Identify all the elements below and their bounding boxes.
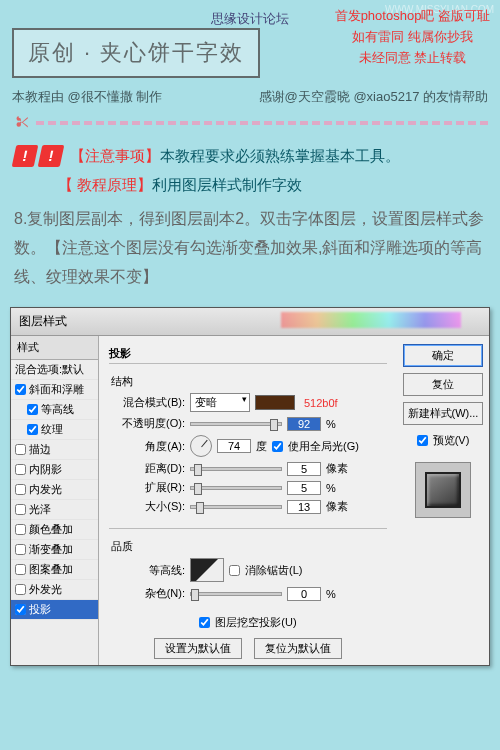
preview-box (415, 462, 471, 518)
ok-button[interactable]: 确定 (403, 344, 483, 367)
knockout-checkbox[interactable] (199, 617, 210, 628)
opacity-input[interactable]: 92 (287, 417, 321, 431)
style-label: 描边 (29, 442, 51, 457)
page-title: 原创 · 夹心饼干字效 (12, 28, 260, 78)
preview-label: 预览(V) (433, 433, 470, 448)
opacity-label: 不透明度(O): (111, 416, 185, 431)
contour-label: 等高线: (111, 563, 185, 578)
distance-slider[interactable] (190, 467, 282, 471)
styles-header: 样式 (11, 336, 98, 360)
opacity-slider[interactable] (190, 422, 282, 426)
style-item[interactable]: 颜色叠加 (11, 520, 98, 540)
credit-left: 本教程由 @很不懂撒 制作 (12, 88, 162, 106)
cancel-button[interactable]: 复位 (403, 373, 483, 396)
distance-label: 距离(D): (111, 461, 185, 476)
style-item[interactable]: 图案叠加 (11, 560, 98, 580)
note2-text: 利用图层样式制作字效 (152, 176, 302, 193)
note2-label: 【 教程原理】 (58, 176, 152, 193)
noise-input[interactable]: 0 (287, 587, 321, 601)
style-label: 图案叠加 (29, 562, 73, 577)
style-checkbox[interactable] (15, 604, 26, 615)
drop-shadow-panel: 投影 结构 混合模式(B): 变暗 512b0f 不透明度(O): 92 % 角… (99, 336, 397, 665)
style-label: 渐变叠加 (29, 542, 73, 557)
style-item[interactable]: 纹理 (11, 420, 98, 440)
reset-default-button[interactable]: 复位为默认值 (254, 638, 342, 659)
style-label: 斜面和浮雕 (29, 382, 84, 397)
scissors-icon (12, 114, 30, 132)
style-label: 外发光 (29, 582, 62, 597)
set-default-button[interactable]: 设置为默认值 (154, 638, 242, 659)
step-text: 8.复制图层副本，得到图层副本2。双击字体图层，设置图层样式参数。【注意这个图层… (0, 205, 500, 301)
style-checkbox[interactable] (15, 464, 26, 475)
style-label: 等高线 (41, 402, 74, 417)
style-checkbox[interactable] (15, 484, 26, 495)
style-checkbox[interactable] (15, 544, 26, 555)
style-label: 纹理 (41, 422, 63, 437)
global-light-label: 使用全局光(G) (288, 439, 359, 454)
blend-mode-select[interactable]: 变暗 (190, 393, 250, 412)
dialog-titlebar[interactable]: 图层样式 (11, 308, 489, 336)
style-checkbox[interactable] (27, 404, 38, 415)
distance-input[interactable]: 5 (287, 462, 321, 476)
style-item[interactable]: 斜面和浮雕 (11, 380, 98, 400)
style-checkbox[interactable] (15, 524, 26, 535)
style-item[interactable]: 渐变叠加 (11, 540, 98, 560)
spread-label: 扩展(R): (111, 480, 185, 495)
note1-label: 【注意事项】 (70, 147, 160, 164)
style-item[interactable]: 投影 (11, 600, 98, 620)
spread-input[interactable]: 5 (287, 481, 321, 495)
style-checkbox[interactable] (27, 424, 38, 435)
angle-label: 角度(A): (111, 439, 185, 454)
style-item[interactable]: 内发光 (11, 480, 98, 500)
exclaim-icon: ! (12, 145, 39, 167)
dialog-buttons: 确定 复位 新建样式(W)... 预览(V) (397, 336, 489, 665)
antialias-label: 消除锯齿(L) (245, 563, 302, 578)
style-item[interactable]: 内阴影 (11, 460, 98, 480)
exclaim-icon: ! (38, 145, 65, 167)
style-checkbox[interactable] (15, 504, 26, 515)
styles-list: 样式 混合选项:默认斜面和浮雕等高线纹理描边内阴影内发光光泽颜色叠加渐变叠加图案… (11, 336, 99, 665)
blend-label: 混合模式(B): (111, 395, 185, 410)
group-quality: 品质 (111, 539, 385, 554)
panel-title: 投影 (109, 346, 387, 361)
style-label: 光泽 (29, 502, 51, 517)
preview-checkbox[interactable] (417, 435, 428, 446)
rainbow-decoration (281, 312, 461, 328)
size-label: 大小(S): (111, 499, 185, 514)
style-item[interactable]: 等高线 (11, 400, 98, 420)
style-label: 内发光 (29, 482, 62, 497)
group-structure: 结构 (111, 374, 385, 389)
dialog-title: 图层样式 (19, 313, 67, 330)
contour-picker[interactable] (190, 558, 224, 582)
noise-slider[interactable] (190, 592, 282, 596)
note1-text: 本教程要求必须熟练掌握基本工具。 (160, 147, 400, 164)
style-checkbox[interactable] (15, 564, 26, 575)
divider (36, 121, 488, 125)
new-style-button[interactable]: 新建样式(W)... (403, 402, 483, 425)
color-swatch[interactable] (255, 395, 295, 410)
size-input[interactable]: 13 (287, 500, 321, 514)
antialias-checkbox[interactable] (229, 565, 240, 576)
size-slider[interactable] (190, 505, 282, 509)
color-hex: 512b0f (304, 397, 338, 409)
style-label: 内阴影 (29, 462, 62, 477)
style-item[interactable]: 描边 (11, 440, 98, 460)
layer-style-dialog: 图层样式 样式 混合选项:默认斜面和浮雕等高线纹理描边内阴影内发光光泽颜色叠加渐… (10, 307, 490, 666)
style-checkbox[interactable] (15, 384, 26, 395)
style-label: 混合选项:默认 (15, 362, 84, 377)
angle-dial[interactable] (190, 435, 212, 457)
style-item[interactable]: 混合选项:默认 (11, 360, 98, 380)
angle-input[interactable]: 74 (217, 439, 251, 453)
global-light-checkbox[interactable] (272, 441, 283, 452)
style-checkbox[interactable] (15, 444, 26, 455)
knockout-label: 图层挖空投影(U) (215, 615, 296, 630)
credit-right: 感谢@天空霞晓 @xiao5217 的友情帮助 (259, 88, 488, 106)
spread-slider[interactable] (190, 486, 282, 490)
style-item[interactable]: 外发光 (11, 580, 98, 600)
top-right-notes: 首发photoshop吧 盗版可耻 如有雷同 纯属你抄我 未经同意 禁止转载 (335, 6, 490, 68)
style-label: 颜色叠加 (29, 522, 73, 537)
noise-label: 杂色(N): (111, 586, 185, 601)
style-item[interactable]: 光泽 (11, 500, 98, 520)
style-checkbox[interactable] (15, 584, 26, 595)
style-label: 投影 (29, 602, 51, 617)
